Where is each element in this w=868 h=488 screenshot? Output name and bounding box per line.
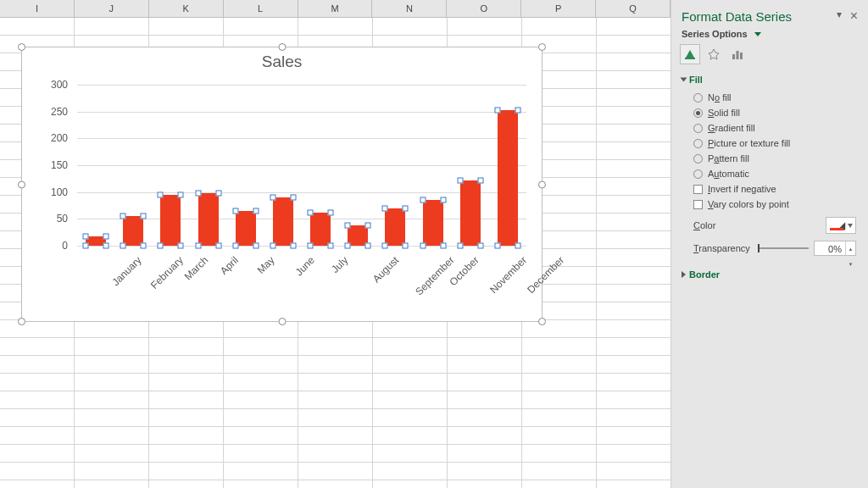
close-pane-icon[interactable]: × — [850, 8, 858, 24]
solid-fill-radio[interactable]: Solid fill — [671, 105, 868, 120]
data-point-handle[interactable] — [120, 243, 126, 249]
effects-tab[interactable] — [704, 44, 724, 64]
spinner-up-icon[interactable]: ▲ — [846, 241, 855, 257]
col-header[interactable]: J — [75, 0, 149, 17]
data-point-handle[interactable] — [215, 243, 221, 249]
resize-handle-n[interactable] — [278, 43, 286, 51]
y-axis[interactable]: 050100150200250300 — [22, 85, 73, 251]
data-bar[interactable] — [498, 110, 518, 246]
data-point-handle[interactable] — [382, 205, 388, 211]
data-bar[interactable] — [460, 180, 481, 246]
data-point-handle[interactable] — [158, 191, 164, 197]
resize-handle-se[interactable] — [538, 318, 546, 325]
data-point-handle[interactable] — [382, 243, 388, 249]
data-point-handle[interactable] — [440, 197, 446, 203]
data-point-handle[interactable] — [365, 243, 371, 249]
transparency-value-input[interactable]: 0% ▲ ▼ — [814, 241, 856, 256]
plot-area[interactable] — [77, 85, 526, 246]
invert-if-negative-checkbox[interactable]: Invert if negative — [671, 181, 868, 197]
border-section-header[interactable]: Border — [671, 264, 868, 285]
x-axis[interactable]: JanuaryFebruaryMarchAprilMayJuneJulyAugu… — [77, 249, 526, 321]
data-point-handle[interactable] — [195, 190, 201, 196]
data-point-handle[interactable] — [178, 191, 184, 197]
chart-title[interactable]: Sales — [22, 53, 542, 71]
data-bar[interactable] — [198, 193, 219, 246]
pane-options-caret-icon[interactable]: ▾ — [837, 8, 842, 24]
col-header[interactable]: K — [149, 0, 224, 17]
resize-handle-e[interactable] — [538, 180, 546, 188]
data-point-handle[interactable] — [345, 243, 351, 249]
chart-object[interactable]: Sales 050100150200250300 JanuaryFebruary… — [21, 47, 542, 322]
data-point-handle[interactable] — [403, 243, 409, 249]
spinner-down-icon[interactable]: ▼ — [846, 257, 855, 272]
col-header[interactable]: I — [0, 0, 75, 17]
resize-handle-sw[interactable] — [18, 318, 25, 325]
pattern-fill-radio[interactable]: Pattern fill — [671, 151, 868, 166]
data-bar[interactable] — [423, 200, 443, 246]
data-point-handle[interactable] — [494, 108, 500, 114]
automatic-radio[interactable]: Automatic — [671, 166, 868, 181]
data-point-handle[interactable] — [290, 243, 296, 249]
data-point-handle[interactable] — [365, 222, 371, 228]
data-point-handle[interactable] — [120, 214, 126, 219]
data-point-handle[interactable] — [345, 222, 351, 228]
picture-fill-radio[interactable]: Picture or texture fill — [671, 136, 868, 151]
data-point-handle[interactable] — [328, 243, 334, 249]
data-point-handle[interactable] — [290, 195, 296, 201]
data-point-handle[interactable] — [158, 243, 164, 249]
slider-thumb-icon[interactable] — [758, 244, 760, 252]
data-point-handle[interactable] — [308, 209, 314, 215]
data-bar[interactable] — [385, 208, 405, 246]
data-point-handle[interactable] — [270, 243, 275, 249]
col-header[interactable]: M — [298, 0, 373, 17]
vary-colors-checkbox[interactable]: Vary colors by point — [671, 197, 868, 212]
data-point-handle[interactable] — [83, 233, 89, 239]
col-header[interactable]: Q — [596, 0, 670, 17]
col-header[interactable]: O — [447, 0, 521, 17]
data-point-handle[interactable] — [420, 197, 426, 203]
data-point-handle[interactable] — [515, 108, 520, 114]
data-point-handle[interactable] — [178, 243, 184, 249]
data-point-handle[interactable] — [141, 243, 147, 249]
data-point-handle[interactable] — [403, 205, 409, 211]
data-point-handle[interactable] — [440, 243, 446, 249]
data-point-handle[interactable] — [328, 209, 334, 215]
resize-handle-nw[interactable] — [18, 43, 25, 51]
fill-line-tab[interactable] — [680, 44, 700, 64]
transparency-slider[interactable] — [758, 245, 809, 252]
data-point-handle[interactable] — [420, 243, 426, 249]
data-point-handle[interactable] — [457, 243, 463, 249]
data-point-handle[interactable] — [308, 243, 314, 249]
spreadsheet-grid[interactable]: I J K L M N O P Q Sales 0501001502002503… — [0, 0, 670, 488]
data-bar[interactable] — [160, 195, 181, 246]
data-point-handle[interactable] — [477, 177, 483, 183]
data-point-handle[interactable] — [232, 243, 238, 249]
data-point-handle[interactable] — [515, 243, 520, 249]
data-point-handle[interactable] — [494, 243, 500, 249]
data-point-handle[interactable] — [83, 243, 89, 249]
color-picker-button[interactable]: ◢ — [826, 217, 856, 234]
data-point-handle[interactable] — [457, 177, 463, 183]
data-point-handle[interactable] — [103, 233, 109, 239]
data-point-handle[interactable] — [477, 243, 483, 249]
gradient-fill-radio[interactable]: Gradient fill — [671, 120, 868, 136]
no-fill-radio[interactable]: No fill — [671, 90, 868, 105]
data-point-handle[interactable] — [103, 243, 109, 249]
data-point-handle[interactable] — [270, 195, 275, 201]
data-point-handle[interactable] — [141, 214, 147, 219]
resize-handle-ne[interactable] — [538, 43, 546, 51]
data-point-handle[interactable] — [253, 243, 259, 249]
data-point-handle[interactable] — [253, 208, 259, 214]
transparency-spinner[interactable]: ▲ ▼ — [845, 241, 855, 255]
data-point-handle[interactable] — [232, 208, 238, 214]
col-header[interactable]: L — [224, 0, 298, 17]
series-options-dropdown[interactable]: Series Options — [671, 27, 868, 44]
data-bar[interactable] — [123, 216, 143, 246]
data-bar[interactable] — [273, 197, 293, 246]
col-header[interactable]: P — [521, 0, 596, 17]
data-point-handle[interactable] — [195, 243, 201, 249]
data-bar[interactable] — [310, 213, 331, 246]
col-header[interactable]: N — [372, 0, 447, 17]
series-options-tab[interactable] — [727, 44, 748, 64]
data-point-handle[interactable] — [215, 190, 221, 196]
